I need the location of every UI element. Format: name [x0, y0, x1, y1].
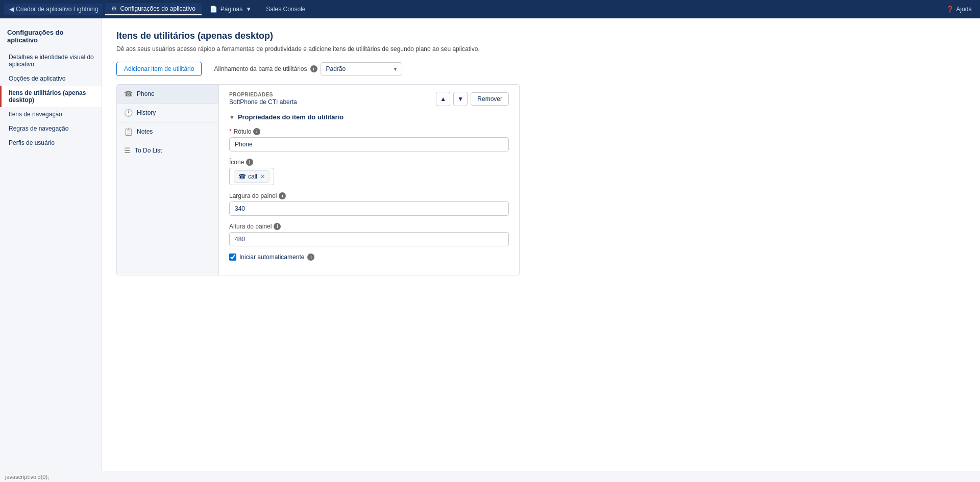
- required-star: *: [229, 128, 232, 135]
- icon-tag-label: call: [248, 173, 257, 180]
- utility-list-item-todo[interactable]: ☰ To Do List: [117, 141, 218, 160]
- down-arrow-icon: ▼: [457, 95, 463, 103]
- tab-pages[interactable]: 📄 Páginas ▼: [204, 4, 258, 15]
- main-layout: Configurações do aplicativo Detalhes e i…: [0, 18, 980, 482]
- utility-item-history-label: History: [137, 109, 156, 116]
- height-info-icon[interactable]: i: [274, 223, 281, 230]
- label-field-label: Rótulo: [234, 128, 252, 135]
- bottom-status-bar: javascript:void(0);: [0, 471, 980, 482]
- notes-icon: 📋: [124, 128, 133, 136]
- properties-actions: ▲ ▼ Remover: [436, 92, 509, 106]
- sidebar: Configurações do aplicativo Detalhes e i…: [0, 18, 102, 482]
- width-field-label: Largura do painel: [229, 192, 277, 199]
- top-navigation-bar: ◀ Criador de aplicativo Lightning ⚙ Conf…: [0, 0, 980, 18]
- icon-field-header: Ícone i: [229, 159, 509, 166]
- pages-chevron-icon: ▼: [246, 6, 252, 13]
- alignment-select-wrapper: Padrão Esquerda Direita ▼: [321, 62, 402, 75]
- alignment-select[interactable]: Padrão Esquerda Direita: [321, 62, 402, 75]
- sidebar-item-details[interactable]: Detalhes e identidade visual do aplicati…: [0, 50, 102, 71]
- icon-field: Ícone i ☎ call ✕: [229, 159, 509, 185]
- move-up-button[interactable]: ▲: [436, 92, 450, 106]
- utility-list-item-phone[interactable]: ☎ Phone: [117, 85, 218, 104]
- properties-section-label: PROPRIEDADES: [229, 92, 297, 97]
- toolbar-row: Adicionar item de utilitário Alinhamento…: [116, 62, 966, 76]
- sidebar-item-options[interactable]: Opções de aplicativo: [0, 71, 102, 86]
- label-field: * Rótulo i: [229, 128, 509, 151]
- icon-info-icon[interactable]: i: [246, 159, 253, 166]
- autostart-info-icon[interactable]: i: [307, 253, 314, 261]
- alignment-group: Alinhamento da barra de utilitários i Pa…: [214, 62, 402, 75]
- content-area: Itens de utilitários (apenas desktop) Dê…: [102, 18, 980, 482]
- tab-sales-label: Sales Console: [266, 6, 305, 13]
- help-button[interactable]: ❓ Ajuda: [942, 4, 976, 15]
- alignment-label: Alinhamento da barra de utilitários: [214, 65, 307, 72]
- utility-item-notes-label: Notes: [137, 128, 153, 135]
- autostart-label: Iniciar automaticamente: [239, 253, 304, 261]
- properties-panel: PROPRIEDADES SoftPhone de CTI aberta ▲ ▼…: [219, 85, 519, 275]
- page-title: Itens de utilitários (apenas desktop): [116, 31, 966, 41]
- height-input[interactable]: [229, 232, 509, 246]
- sidebar-item-utility[interactable]: Itens de utilitários (apenas desktop): [0, 86, 102, 107]
- autostart-row: Iniciar automaticamente i: [229, 253, 509, 261]
- todo-icon: ☰: [124, 146, 131, 155]
- icon-tag: ☎ call ✕: [234, 170, 270, 183]
- sidebar-item-nav-rules[interactable]: Regras de navegação: [0, 121, 102, 136]
- height-field-header: Altura do painel i: [229, 223, 509, 230]
- width-info-icon[interactable]: i: [279, 192, 286, 199]
- tab-app-config[interactable]: ⚙ Configurações do aplicativo: [105, 3, 201, 15]
- autostart-field: Iniciar automaticamente i: [229, 253, 509, 261]
- alignment-info-icon[interactable]: i: [310, 65, 317, 72]
- properties-info: PROPRIEDADES SoftPhone de CTI aberta: [229, 92, 297, 106]
- pages-icon: 📄: [210, 6, 217, 13]
- utility-list: ☎ Phone 🕐 History 📋 Notes ☰ To Do List: [117, 85, 219, 275]
- tab-pages-label: Páginas: [220, 6, 242, 13]
- up-arrow-icon: ▲: [440, 95, 446, 103]
- utility-item-todo-label: To Do List: [135, 147, 162, 154]
- tab-sales[interactable]: Sales Console: [260, 4, 311, 15]
- config-icon: ⚙: [111, 5, 117, 12]
- tab-config-label: Configurações do aplicativo: [120, 5, 195, 12]
- back-button[interactable]: ◀ Criador de aplicativo Lightning: [4, 4, 103, 15]
- icon-field-wrapper: ☎ call ✕: [229, 168, 274, 185]
- call-icon: ☎: [238, 173, 246, 180]
- label-field-header: * Rótulo i: [229, 128, 509, 135]
- sidebar-item-profile[interactable]: Perfis de usuário: [0, 136, 102, 150]
- width-field-header: Largura do painel i: [229, 192, 509, 199]
- help-label: Ajuda: [956, 6, 972, 13]
- move-down-button[interactable]: ▼: [453, 92, 468, 106]
- section-title: Propriedades do item do utilitário: [238, 113, 344, 121]
- remove-button[interactable]: Remover: [471, 92, 509, 106]
- properties-header: PROPRIEDADES SoftPhone de CTI aberta ▲ ▼…: [229, 92, 509, 106]
- phone-icon: ☎: [124, 90, 133, 98]
- width-input[interactable]: [229, 201, 509, 216]
- back-button-label: Criador de aplicativo Lightning: [16, 6, 98, 13]
- width-field: Largura do painel i: [229, 192, 509, 216]
- utility-list-item-notes[interactable]: 📋 Notes: [117, 122, 218, 141]
- remove-icon-button[interactable]: ✕: [260, 173, 265, 180]
- bottom-bar-text: javascript:void(0);: [5, 474, 49, 480]
- properties-section-toggle[interactable]: ▼ Propriedades do item do utilitário: [229, 113, 509, 121]
- sidebar-item-nav[interactable]: Itens de navegação: [0, 107, 102, 121]
- add-utility-item-button[interactable]: Adicionar item de utilitário: [116, 62, 202, 76]
- utility-items-panel: ☎ Phone 🕐 History 📋 Notes ☰ To Do List: [116, 84, 520, 275]
- height-field: Altura do painel i: [229, 223, 509, 246]
- label-info-icon[interactable]: i: [253, 128, 260, 135]
- autostart-checkbox[interactable]: [229, 253, 236, 261]
- utility-item-phone-label: Phone: [137, 90, 155, 97]
- icon-field-label: Ícone: [229, 159, 244, 166]
- page-description: Dê aos seus usuários acesso rápido a fer…: [116, 45, 514, 53]
- utility-list-item-history[interactable]: 🕐 History: [117, 104, 218, 122]
- properties-section-value: SoftPhone de CTI aberta: [229, 98, 297, 106]
- sidebar-title: Configurações do aplicativo: [0, 24, 102, 50]
- help-icon: ❓: [946, 6, 954, 13]
- section-chevron-icon: ▼: [229, 114, 235, 120]
- back-arrow-icon: ◀: [9, 6, 14, 13]
- height-field-label: Altura do painel: [229, 223, 272, 230]
- history-icon: 🕐: [124, 109, 133, 117]
- label-input[interactable]: [229, 137, 509, 151]
